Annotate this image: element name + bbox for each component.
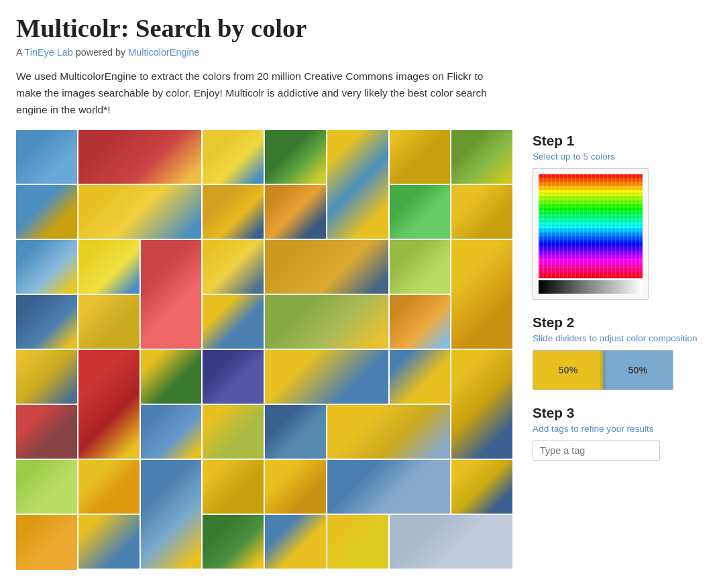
grid-image[interactable] [203,240,264,294]
grid-image[interactable] [451,350,512,459]
description-text: We used MulticolorEngine to extract the … [16,68,499,118]
grid-image[interactable] [141,240,202,349]
grid-image[interactable] [203,185,264,239]
color-picker-brightness[interactable] [539,280,643,294]
grid-image[interactable] [265,405,326,459]
step2-title: Step 2 [533,314,705,331]
grid-image[interactable] [16,185,77,239]
color-bar-blue: 50% [603,351,673,390]
step3-block: Step 3 Add tags to refine your results [533,405,705,461]
grid-image[interactable] [451,240,512,349]
grid-image[interactable] [265,350,388,404]
step3-subtitle: Add tags to refine your results [533,424,705,434]
grid-image[interactable] [451,460,512,514]
grid-image[interactable] [141,350,202,404]
grid-image[interactable] [203,405,264,459]
step2-subtitle: Slide dividers to adjust color compositi… [533,333,705,343]
grid-image[interactable] [390,185,451,239]
grid-image[interactable] [451,185,512,239]
color-bar-yellow: 50% ⋮ [533,351,603,390]
grid-image[interactable] [16,295,77,349]
step1-block: Step 1 Select up to 5 colors [533,133,705,300]
grid-image[interactable] [327,130,388,239]
grid-image[interactable] [451,130,512,184]
bar1-label: 50% [559,365,578,375]
grid-image[interactable] [203,515,264,569]
grid-image[interactable] [16,515,77,570]
grid-image[interactable] [16,460,77,514]
color-composition-slider[interactable]: 50% ⋮ 50% [533,350,673,390]
grid-image[interactable] [265,295,388,349]
grid-image[interactable] [390,130,451,184]
step3-title: Step 3 [533,405,705,421]
grid-image[interactable] [78,295,140,349]
grid-image[interactable] [203,130,264,184]
subtitle: A TinEye Lab powered by MulticolorEngine [16,47,705,58]
step1-title: Step 1 [533,133,705,149]
grid-image[interactable] [78,185,202,239]
grid-image[interactable] [327,405,451,459]
tineye-link[interactable]: TinEye Lab [25,47,73,58]
grid-image[interactable] [78,130,202,184]
divider-handle[interactable]: ⋮ [600,351,606,390]
grid-image[interactable] [327,515,388,569]
grid-image[interactable] [327,460,451,514]
image-grid [16,130,512,570]
grid-image[interactable] [16,405,77,459]
grid-image[interactable] [16,350,77,404]
tag-input[interactable] [533,440,660,461]
main-layout: Step 1 Select up to 5 colors Step 2 Slid… [16,130,705,570]
grid-image[interactable] [78,515,140,569]
grid-image[interactable] [265,130,326,184]
grid-image[interactable] [78,460,140,514]
grid-image[interactable] [141,405,202,459]
grid-image[interactable] [390,515,513,569]
grid-image[interactable] [16,240,77,294]
grid-image[interactable] [78,240,140,294]
grid-image[interactable] [16,130,77,184]
grid-image[interactable] [265,240,388,294]
right-panel: Step 1 Select up to 5 colors Step 2 Slid… [533,130,705,475]
grid-image[interactable] [390,240,451,294]
bar2-label: 50% [628,365,648,375]
grid-image[interactable] [390,295,451,349]
step1-subtitle: Select up to 5 colors [533,152,705,162]
color-picker-canvas[interactable] [539,174,643,278]
grid-image[interactable] [141,460,202,569]
grid-image[interactable] [203,350,264,404]
grid-image[interactable] [265,460,326,514]
page-title: Multicolr: Search by color [16,13,705,43]
color-picker-wrapper [533,168,649,300]
grid-image[interactable] [203,460,264,514]
grid-image[interactable] [390,350,451,404]
step2-block: Step 2 Slide dividers to adjust color co… [533,314,705,390]
grid-image[interactable] [265,185,326,239]
grid-image[interactable] [203,295,264,349]
grid-image[interactable] [265,515,326,569]
engine-link[interactable]: MulticolorEngine [128,47,199,58]
grid-image[interactable] [78,350,140,459]
